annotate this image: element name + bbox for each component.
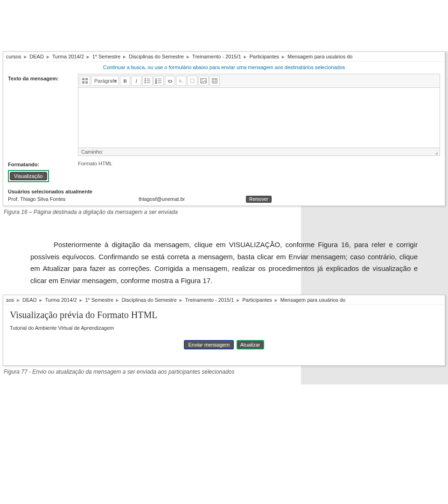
media-icon[interactable] [210, 76, 220, 86]
preview-content: Tutorial do Ambiente Virtual de Aprendiz… [10, 325, 438, 331]
breadcrumb-item[interactable]: Participantes [242, 297, 272, 303]
chevron-right-icon: ► [236, 298, 240, 303]
user-row: Prof. Thiago Silva Fontes thiagosf@unema… [3, 195, 445, 206]
breadcrumb-item[interactable]: Mensagem para usuários do [280, 297, 345, 303]
body-paragraph-text: Posteriormente à digitação da mensagem, … [30, 239, 418, 286]
chevron-right-icon: ► [243, 54, 248, 59]
italic-icon[interactable]: I [131, 76, 141, 86]
unlink-icon[interactable] [176, 76, 186, 86]
visualizacao-button[interactable]: Visualização [10, 172, 47, 180]
breadcrumb-item[interactable]: DEAD [29, 54, 44, 59]
chevron-right-icon: ► [179, 298, 183, 303]
svg-point-15 [202, 79, 203, 80]
svg-point-0 [145, 78, 146, 79]
action-buttons: Enviar mensagem Atualizar [3, 335, 445, 365]
chevron-right-icon: ► [115, 298, 120, 303]
paragraph-style-select[interactable]: Parágrafo [91, 76, 119, 86]
chevron-right-icon: ► [79, 298, 84, 303]
figure-16-screenshot: cursos ► DEAD ► Turma 2014/2 ► 1º Semest… [3, 51, 445, 206]
breadcrumb-item[interactable]: Turma 2014/2 [45, 297, 77, 303]
svg-rect-20 [215, 81, 216, 82]
bullet-list-icon[interactable] [142, 76, 153, 86]
message-text-row: Texto da mensagem: Parágrafo B I 123 [3, 72, 445, 158]
anchor-icon[interactable] [187, 76, 197, 86]
formatting-row: Formatando: Formato HTML [3, 158, 445, 169]
breadcrumb-item[interactable]: Treinamento - 2015/1 [192, 54, 241, 59]
user-email: thiagosf@unemat.br [139, 196, 246, 202]
message-text-label: Texto da mensagem: [8, 74, 78, 81]
document-page: 13 cursos ► DEAD ► Turma 2014/2 ► 1º Sem… [0, 51, 448, 384]
editor-toolbar: Parágrafo B I 123 [78, 74, 440, 87]
svg-rect-18 [215, 79, 216, 80]
svg-rect-17 [213, 79, 214, 80]
enviar-mensagem-button[interactable]: Enviar mensagem [184, 340, 234, 349]
chevron-right-icon: ► [281, 54, 286, 59]
breadcrumb-item[interactable]: cursos [6, 54, 21, 59]
chevron-right-icon: ► [46, 54, 50, 59]
figure-17-screenshot: sos ► DEAD ► Turma 2014/2 ► 1º Semestre … [3, 295, 445, 366]
atualizar-button[interactable]: Atualizar [237, 340, 264, 349]
breadcrumb: sos ► DEAD ► Turma 2014/2 ► 1º Semestre … [3, 295, 445, 305]
chevron-right-icon: ► [39, 298, 43, 303]
body-paragraph: Posteriormente à digitação da mensagem, … [0, 239, 448, 286]
visualizacao-highlight: Visualização [8, 170, 49, 182]
numbered-list-icon[interactable]: 123 [154, 76, 164, 86]
breadcrumb-item[interactable]: Turma 2014/2 [52, 54, 84, 59]
formatting-value: Formato HTML [78, 160, 440, 166]
breadcrumb-item[interactable]: sos [6, 297, 14, 303]
breadcrumb-item[interactable]: Treinamento - 2015/1 [185, 297, 234, 303]
editor-path-bar: Caminho: [78, 148, 440, 156]
chevron-right-icon: ► [186, 54, 190, 59]
svg-point-2 [145, 80, 146, 81]
formatting-label: Formatando: [8, 160, 78, 167]
figure-17-caption: Figura 77 - Envio ou atualização da mens… [0, 366, 448, 384]
bold-icon[interactable]: B [120, 76, 130, 86]
chevron-right-icon: ► [274, 298, 279, 303]
selected-users-heading: Usuários selecionados atualmente [3, 186, 445, 195]
svg-rect-19 [213, 81, 214, 82]
breadcrumb-item[interactable]: Disciplinas do Semestre [129, 54, 184, 59]
svg-rect-13 [190, 79, 194, 83]
svg-rect-16 [212, 78, 217, 83]
chevron-right-icon: ► [23, 54, 28, 59]
svg-point-4 [145, 82, 146, 83]
svg-text:3: 3 [155, 82, 157, 84]
user-name: Prof. Thiago Silva Fontes [8, 196, 139, 202]
instruction-link[interactable]: Continuar a busca, ou use o formulário a… [3, 62, 445, 72]
breadcrumb-item[interactable]: Mensagem para usuários do [287, 54, 352, 59]
breadcrumb-item[interactable]: Participantes [250, 54, 280, 59]
preview-title: Visualização prévia do Formato HTML [10, 310, 438, 320]
link-icon[interactable] [165, 76, 175, 86]
message-textarea[interactable] [78, 87, 440, 148]
chevron-right-icon: ► [16, 298, 21, 303]
chevron-right-icon: ► [86, 54, 91, 59]
breadcrumb-item[interactable]: DEAD [22, 297, 37, 303]
toolbar-toggle-icon[interactable] [80, 76, 90, 86]
breadcrumb-item[interactable]: 1º Semestre [85, 297, 113, 303]
breadcrumb: cursos ► DEAD ► Turma 2014/2 ► 1º Semest… [3, 52, 445, 62]
figure-16-caption: Figura 16 – Página destinada a digitação… [0, 206, 448, 225]
breadcrumb-item[interactable]: 1º Semestre [92, 54, 120, 59]
breadcrumb-item[interactable]: Disciplinas do Semestre [122, 297, 177, 303]
remove-button[interactable]: Remover [246, 196, 272, 203]
chevron-right-icon: ► [122, 54, 127, 59]
image-icon[interactable] [198, 76, 209, 86]
